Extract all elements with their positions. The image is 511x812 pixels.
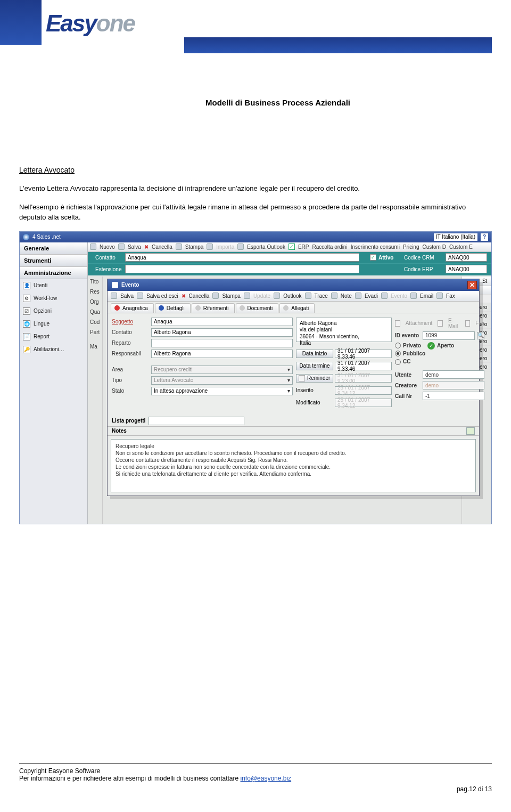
tb-update: Update — [253, 293, 270, 299]
tab-dettagli[interactable]: Dettagli — [155, 303, 191, 313]
language-selector[interactable]: IT Italiano (Italia) — [434, 233, 477, 241]
sidebar-item-report[interactable]: 📄Report — [20, 330, 87, 343]
contatto-input[interactable]: Alberto Ragona — [151, 328, 293, 337]
btn-data-inizio[interactable]: Data inizio — [296, 350, 333, 358]
cut-label: Ma — [88, 342, 102, 352]
tb-trace[interactable]: Trace — [315, 293, 328, 299]
tb-consumi[interactable]: Inserimento consumi — [351, 244, 400, 250]
tb-outlook[interactable]: Outlook — [283, 293, 301, 299]
codice-crm-value[interactable]: ANAQ00 — [446, 253, 487, 262]
languages-icon: 🌐 — [23, 320, 30, 328]
reparto-input[interactable] — [151, 339, 293, 347]
btn-data-termine[interactable]: Data termine — [296, 362, 333, 370]
tab-documenti[interactable]: Documenti — [236, 303, 279, 313]
attivo-checkbox[interactable]: ✓ — [370, 254, 376, 261]
attachment-label: Attachment — [406, 320, 433, 326]
val-data-inizio[interactable]: 31 / 01 / 2007 9.33.46 — [335, 350, 392, 358]
tb-customd[interactable]: Custom D — [423, 244, 446, 250]
sidebar-item-workflow[interactable]: ⚙WorkFlow — [20, 292, 87, 305]
tb-salva[interactable]: Salva — [128, 244, 141, 250]
creatore-value: demo — [423, 381, 484, 389]
tipo-label: Tipo — [112, 377, 151, 383]
save-exit-icon — [137, 293, 143, 299]
page-footer: Copyright Easyone Software Per informazi… — [19, 764, 492, 793]
id-evento-value[interactable]: 1099 — [423, 331, 475, 340]
stato-dropdown[interactable]: In attesa approvazione — [151, 387, 293, 395]
sidebar-head-amministrazione[interactable]: Amministrazione — [20, 267, 87, 279]
search-icon[interactable]: 🔍 — [477, 332, 484, 339]
lista-progetti-row: Lista progetti — [112, 417, 479, 425]
tab-riferimenti[interactable]: Riferimenti — [192, 303, 235, 313]
btn-reminder[interactable]: Reminder — [296, 374, 333, 383]
tb-raccolta[interactable]: Raccolta ordini — [312, 244, 348, 250]
import-icon — [207, 243, 213, 250]
callnr-label: Call Nr — [395, 393, 423, 399]
contatto-field[interactable]: Anaqua — [125, 253, 359, 262]
doc-subtitle: Modelli di Business Process Aziendali — [205, 98, 492, 107]
erp-checkbox[interactable]: ✓ — [289, 243, 295, 250]
evadi-icon — [355, 293, 361, 299]
tb-salva-esci[interactable]: Salva ed esci — [146, 293, 178, 299]
cut-label: Qua — [88, 307, 102, 317]
tb-email[interactable]: Email — [420, 293, 433, 299]
tb-cancella[interactable]: Cancella — [152, 244, 172, 250]
sidebar-head-generale[interactable]: Generale — [20, 242, 87, 255]
note-icon — [331, 293, 337, 299]
callnr-value[interactable]: -1 — [423, 392, 484, 400]
sidebar-head-strumenti[interactable]: Strumenti — [20, 255, 87, 267]
tipo-dropdown[interactable]: Lettera Avvocato — [151, 376, 293, 385]
responsabile-input[interactable]: Alberto Ragona — [151, 350, 293, 358]
tb-erp[interactable]: ERP — [298, 244, 309, 250]
logo: Easyone — [0, 0, 42, 45]
pubblico-radio[interactable] — [395, 351, 401, 356]
responsabile-label: Responsabil — [112, 351, 151, 356]
stato-label: Stato — [112, 388, 151, 394]
fax-checkbox[interactable] — [465, 320, 471, 327]
tb-fax[interactable]: Fax — [446, 293, 455, 299]
tb-stampa[interactable]: Stampa — [185, 244, 203, 250]
evento-icon — [381, 293, 388, 299]
codice-erp-value[interactable]: ANAQ00 — [446, 265, 487, 273]
sidebar-item-label: WorkFlow — [34, 295, 57, 301]
tb-nuovo[interactable]: Nuovo — [100, 244, 115, 250]
tb-custome[interactable]: Custom E — [449, 244, 473, 250]
tb-stampa[interactable]: Stampa — [222, 293, 240, 299]
tab-dot-icon — [283, 305, 289, 311]
reminder-checkbox[interactable] — [299, 375, 305, 381]
area-dropdown[interactable]: Recupero crediti — [151, 366, 293, 374]
soggetto-label[interactable]: Soggetto — [112, 319, 151, 324]
tab-anagrafica[interactable]: Anagrafica — [111, 303, 154, 313]
permissions-icon: 🔑 — [23, 346, 30, 353]
workflow-icon: ⚙ — [23, 295, 30, 302]
tb-cancella[interactable]: Cancella — [189, 293, 210, 299]
attivo-label: Attivo — [378, 255, 404, 261]
lista-progetti-dropdown[interactable] — [149, 417, 244, 425]
notes-textarea[interactable]: Recupero legale Non ci sono le condizion… — [111, 439, 476, 492]
help-icon[interactable]: ? — [481, 233, 488, 241]
privato-radio[interactable] — [395, 343, 401, 348]
tab-dot-icon — [240, 305, 245, 311]
email-checkbox[interactable] — [438, 320, 443, 327]
cc-radio[interactable] — [395, 359, 401, 365]
val-data-termine[interactable]: 31 / 01 / 2007 9.33.46 — [335, 362, 392, 370]
tb-pricing[interactable]: Pricing — [403, 244, 419, 250]
footer-email-link[interactable]: info@easyone.biz — [241, 775, 292, 782]
soggetto-input[interactable]: Anaqua — [151, 318, 293, 326]
utente-value[interactable]: demo — [423, 370, 484, 379]
cut-column-left: Tito Res Org Qua Cod Part Ma — [88, 277, 103, 524]
tab-allegati[interactable]: Allegati — [279, 303, 315, 313]
tb-note[interactable]: Note — [341, 293, 352, 299]
sidebar-item-lingue[interactable]: 🌐Lingue — [20, 318, 87, 330]
notes-edit-icon[interactable] — [466, 427, 475, 435]
sidebar-item-utenti[interactable]: 👤Utenti — [20, 279, 87, 292]
close-button[interactable]: ✕ — [467, 281, 477, 289]
estensione-field[interactable] — [125, 265, 359, 273]
tb-salva[interactable]: Salva — [120, 293, 134, 299]
sidebar-item-abilitazioni[interactable]: 🔑Abilitazioni… — [20, 343, 87, 356]
attachment-checkbox[interactable] — [395, 320, 400, 327]
sidebar-item-opzioni[interactable]: ☑Opzioni — [20, 305, 87, 318]
tab-dot-icon — [159, 305, 164, 311]
tb-evadi[interactable]: Evadi — [365, 293, 378, 299]
cut-label — [88, 337, 102, 342]
tb-esporta[interactable]: Esporta Outlook — [247, 244, 285, 250]
